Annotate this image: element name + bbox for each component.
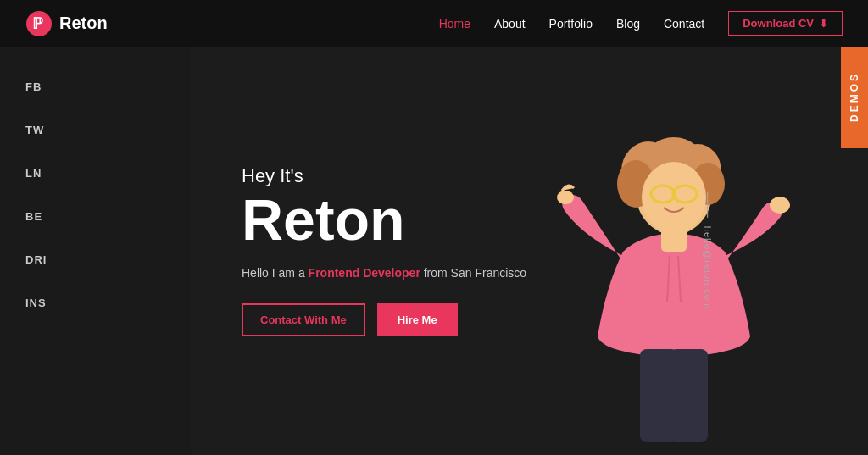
download-icon: ⬇ bbox=[819, 17, 828, 30]
social-behance[interactable]: BE bbox=[25, 210, 42, 223]
demos-label: DEMOS bbox=[849, 72, 860, 122]
hero-email: hello@reton.com bbox=[703, 192, 713, 309]
svg-rect-14 bbox=[661, 226, 687, 252]
svg-point-16 bbox=[770, 197, 790, 214]
hero-name: Reton bbox=[242, 191, 530, 248]
social-facebook[interactable]: FB bbox=[25, 80, 42, 93]
header: ℙ Reton Home About Portfolio Blog Contac… bbox=[0, 0, 868, 47]
hire-button[interactable]: Hire Me bbox=[377, 303, 458, 336]
navigation: Home About Portfolio Blog Contact Downlo… bbox=[439, 11, 843, 36]
hero-role: Frontend Developer bbox=[309, 266, 420, 280]
social-twitter[interactable]: TW bbox=[25, 124, 44, 136]
svg-point-15 bbox=[557, 191, 574, 204]
social-linkedin[interactable]: LN bbox=[25, 167, 42, 180]
main-content: Hey It's Reton Hello I am a Frontend Dev… bbox=[191, 47, 868, 455]
nav-contact[interactable]: Contact bbox=[664, 17, 704, 31]
nav-blog[interactable]: Blog bbox=[616, 17, 640, 31]
social-instagram[interactable]: INS bbox=[25, 297, 47, 309]
download-cv-button[interactable]: Download CV ⬇ bbox=[728, 11, 843, 36]
contact-button[interactable]: Contact With Me bbox=[242, 303, 365, 336]
description-prefix: Hello I am a bbox=[242, 266, 309, 280]
svg-text:ℙ: ℙ bbox=[32, 15, 43, 32]
nav-about[interactable]: About bbox=[494, 17, 526, 31]
email-line bbox=[707, 192, 708, 218]
logo-icon: ℙ bbox=[25, 10, 53, 37]
hero-greeting: Hey It's bbox=[242, 165, 530, 187]
demos-sidebar[interactable]: DEMOS bbox=[841, 47, 868, 148]
hero-buttons: Contact With Me Hire Me bbox=[242, 303, 530, 336]
logo[interactable]: ℙ Reton bbox=[25, 10, 108, 37]
social-sidebar: FB TW LN BE DRI INS bbox=[0, 47, 191, 455]
description-suffix: from San Francisco bbox=[420, 266, 526, 280]
svg-rect-18 bbox=[670, 349, 708, 442]
hero-text: Hey It's Reton Hello I am a Frontend Dev… bbox=[242, 165, 530, 336]
person-figure bbox=[538, 116, 810, 455]
social-dribbble[interactable]: DRI bbox=[25, 253, 47, 266]
hero-description: Hello I am a Frontend Developer from San… bbox=[242, 264, 530, 282]
logo-text: Reton bbox=[59, 14, 108, 33]
hero-image-area: hello@reton.com bbox=[530, 47, 817, 455]
nav-home[interactable]: Home bbox=[439, 17, 470, 31]
nav-portfolio[interactable]: Portfolio bbox=[549, 17, 593, 31]
